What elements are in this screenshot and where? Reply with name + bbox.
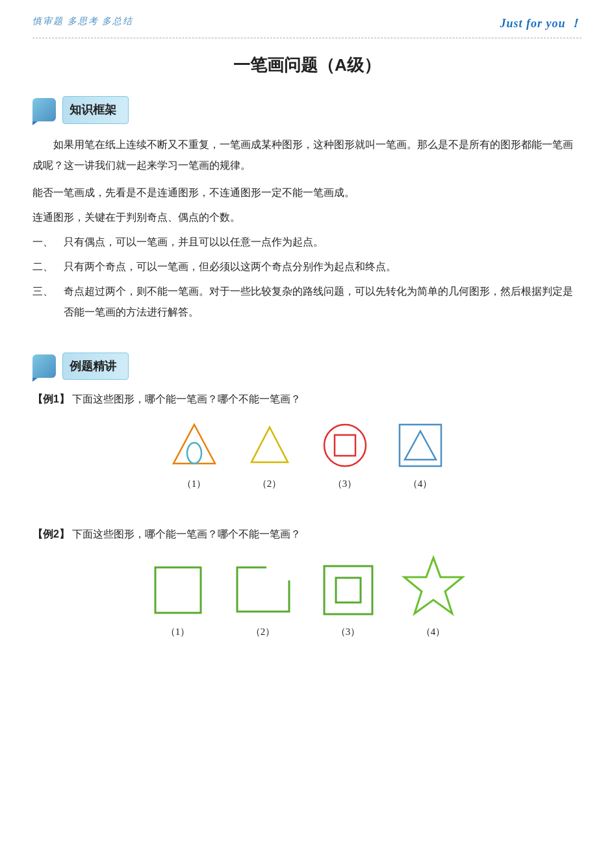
example1-label: 【例1】 bbox=[32, 393, 70, 404]
example1-block: 【例1】 下面这些图形，哪个能一笔画？哪个不能一笔画？ （1） （2） bbox=[32, 390, 582, 493]
example1-figure-3: （3） bbox=[319, 419, 371, 493]
ex2-figure1-svg bbox=[149, 561, 207, 619]
example2-figure-2: （2） bbox=[231, 561, 296, 641]
example2-fig4-caption: （4） bbox=[421, 623, 446, 641]
svg-marker-10 bbox=[404, 558, 463, 614]
example2-figures: （1） （2） （3） （4） bbox=[32, 554, 582, 641]
example1-fig4-caption: （4） bbox=[408, 475, 433, 493]
example1-question: 【例1】 下面这些图形，哪个能一笔画？哪个不能一笔画？ bbox=[32, 390, 582, 409]
example2-figure-1: （1） bbox=[149, 561, 207, 641]
example-section-header: 例题精讲 bbox=[32, 353, 582, 380]
example1-figure-4: （4） bbox=[394, 419, 446, 493]
svg-marker-2 bbox=[251, 427, 288, 462]
svg-rect-8 bbox=[324, 566, 372, 614]
svg-rect-9 bbox=[336, 578, 361, 602]
example-section-label: 例题精讲 bbox=[62, 353, 129, 380]
rule-num-1: 一、 bbox=[32, 232, 64, 253]
example2-fig1-caption: （1） bbox=[166, 623, 190, 641]
example-section-icon bbox=[32, 354, 56, 378]
svg-rect-4 bbox=[335, 435, 355, 456]
example1-fig2-caption: （2） bbox=[257, 475, 282, 493]
knowledge-paragraph-1: 如果用笔在纸上连续不断又不重复，一笔画成某种图形，这种图形就叫一笔画。那么是不是… bbox=[32, 134, 582, 176]
rule-num-3: 三、 bbox=[32, 281, 64, 323]
figure4-svg bbox=[394, 419, 446, 471]
page-header: 慎审题 多思考 多总结 Just for you ！ bbox=[32, 13, 582, 34]
figure1-svg bbox=[168, 419, 220, 471]
figure2-svg bbox=[244, 419, 296, 471]
example2-fig3-caption: （3） bbox=[336, 623, 361, 641]
knowledge-paragraph-2: 能否一笔画成，先看是不是连通图形，不连通图形一定不能一笔画成。 bbox=[32, 182, 582, 203]
example1-fig3-caption: （3） bbox=[333, 475, 357, 493]
example2-figure-3: （3） bbox=[319, 561, 377, 641]
knowledge-section-icon bbox=[32, 98, 56, 121]
rule-text-2: 只有两个奇点，可以一笔画，但必须以这两个奇点分别作为起点和终点。 bbox=[64, 256, 582, 277]
example1-figure-2: （2） bbox=[244, 419, 296, 493]
rule-num-2: 二、 bbox=[32, 256, 64, 277]
example2-fig2-caption: （2） bbox=[251, 623, 275, 641]
knowledge-section-header: 知识框架 bbox=[32, 96, 582, 123]
svg-point-1 bbox=[187, 443, 201, 464]
figure3-svg bbox=[319, 419, 371, 471]
example1-figures: （1） （2） （3） （4） bbox=[32, 419, 582, 493]
svg-marker-6 bbox=[405, 431, 436, 460]
example2-question: 【例2】 下面这些图形，哪个能一笔画？哪个不能一笔画？ bbox=[32, 525, 582, 544]
svg-marker-0 bbox=[173, 425, 215, 464]
header-right-text: Just for you ！ bbox=[500, 13, 582, 34]
ex2-figure2-svg bbox=[231, 561, 296, 619]
rule-text-1: 只有偶点，可以一笔画，并且可以以任意一点作为起点。 bbox=[64, 232, 582, 253]
example2-block: 【例2】 下面这些图形，哪个能一笔画？哪个不能一笔画？ （1） （2） bbox=[32, 525, 582, 641]
gap-2 bbox=[32, 499, 582, 525]
page-title: 一笔画问题（A级） bbox=[32, 50, 582, 81]
example2-question-text: 下面这些图形，哪个能一笔画？哪个不能一笔画？ bbox=[72, 528, 301, 539]
ex2-figure3-svg bbox=[319, 561, 377, 619]
rule-item-1: 一、 只有偶点，可以一笔画，并且可以以任意一点作为起点。 bbox=[32, 232, 582, 253]
svg-point-3 bbox=[324, 425, 366, 466]
example1-fig1-caption: （1） bbox=[182, 475, 207, 493]
knowledge-paragraph-3: 连通图形，关键在于判别奇点、偶点的个数。 bbox=[32, 207, 582, 228]
svg-rect-7 bbox=[155, 567, 201, 613]
example1-question-text: 下面这些图形，哪个能一笔画？哪个不能一笔画？ bbox=[72, 393, 301, 404]
gap-1 bbox=[32, 327, 582, 353]
rule-item-3: 三、 奇点超过两个，则不能一笔画。对于一些比较复杂的路线问题，可以先转化为简单的… bbox=[32, 281, 582, 323]
header-divider bbox=[32, 38, 582, 38]
knowledge-section-label: 知识框架 bbox=[62, 96, 129, 123]
rule-item-2: 二、 只有两个奇点，可以一笔画，但必须以这两个奇点分别作为起点和终点。 bbox=[32, 256, 582, 277]
ex2-figure4-svg bbox=[401, 554, 466, 619]
rule-text-3: 奇点超过两个，则不能一笔画。对于一些比较复杂的路线问题，可以先转化为简单的几何图… bbox=[64, 281, 582, 323]
example2-label: 【例2】 bbox=[32, 528, 70, 539]
header-left-text: 慎审题 多思考 多总结 bbox=[32, 13, 133, 29]
example2-figure-4: （4） bbox=[401, 554, 466, 641]
example1-figure-1: （1） bbox=[168, 419, 220, 493]
